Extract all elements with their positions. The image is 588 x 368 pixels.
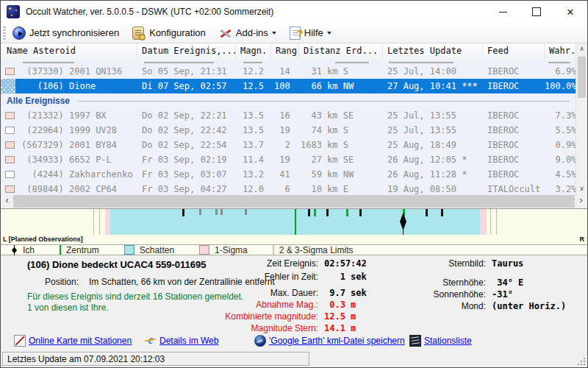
event-flag-checkbox[interactable] <box>5 127 15 134</box>
cell-date: Di 07 Sep, 02:57 <box>137 79 236 93</box>
column-header-datumereignis[interactable]: Datum Ereignis,... <box>137 43 236 60</box>
table-row[interactable]: (89844) 2002 CP64Fr 03 Sep, 04:2712.0 6 … <box>1 182 577 195</box>
chart-label-strip: L [Planned Observations] R <box>1 235 587 244</box>
toolbar-button-konfiguration[interactable]: Konfiguration <box>129 24 209 41</box>
table-row[interactable]: (37330) 2001 QN136So 05 Sep, 21:3112.2 1… <box>1 64 577 79</box>
toolbar-button-jetzt-synchronisieren[interactable]: Jetzt synchronisieren <box>10 25 122 41</box>
resize-grip-icon[interactable] <box>578 358 585 365</box>
table-row[interactable]: (22964) 1999 UV28Do 02 Sep, 22:4213.5 19… <box>1 123 577 138</box>
detail-label: Sonnenhöhe: <box>398 289 486 300</box>
detail-value: -31° <box>492 289 513 300</box>
station-list-icon <box>409 335 421 347</box>
sigma23-limit-line <box>496 209 497 235</box>
station-tick <box>326 209 329 216</box>
cell-distance: 10 km E <box>299 182 383 195</box>
scroll-down-icon[interactable]: ∨ <box>576 183 587 195</box>
column-header-feed[interactable]: Feed <box>483 43 545 60</box>
table-row[interactable]: (21332) 1997 BXDo 02 Sep, 22:2113.5 16 4… <box>1 108 577 123</box>
link-stationsliste[interactable]: Stationsliste <box>409 335 472 347</box>
event-table: (37330) 2001 QN136So 05 Sep, 21:3112.2 1… <box>1 60 577 195</box>
horizontal-scroll-thumb[interactable] <box>13 195 575 208</box>
event-flag-checkbox[interactable] <box>5 185 15 193</box>
vertical-scrollbar[interactable]: ∧ ∨ <box>576 43 587 195</box>
cell-probability: 6.9% <box>545 64 577 79</box>
cell-rank: 6 <box>271 182 299 195</box>
detail-label: Abnahme Mag.: <box>111 300 318 310</box>
toolbar-button-add-ins[interactable]: Add-ins <box>216 25 279 41</box>
scroll-up-icon[interactable]: ∧ <box>576 43 587 55</box>
table-row[interactable]: (567329) 2001 BY84Do 02 Sep, 22:5413.7 2… <box>1 138 577 152</box>
cell-name: (21332) 1997 BX <box>17 108 137 123</box>
scroll-left-icon[interactable]: ‹ <box>1 195 13 208</box>
maximize-icon <box>532 7 541 16</box>
toolbar: Jetzt synchronisierenKonfigurationAdd-in… <box>1 23 587 43</box>
cell-date: Do 02 Sep, 22:42 <box>137 123 236 138</box>
cell-name: (22964) 1999 UV28 <box>17 123 137 138</box>
column-header-rang[interactable]: Rang <box>271 43 299 60</box>
link-details-im-web[interactable]: eDetails im Web <box>145 335 218 347</box>
event-flag-checkbox[interactable] <box>5 156 15 163</box>
links-bar: Online Karte mit StationeneDetails im We… <box>1 333 587 350</box>
link-label: 'Google Earth' kml-Datei speichern <box>269 336 405 346</box>
vertical-scroll-thumb[interactable] <box>578 57 586 98</box>
sigma1-swatch <box>199 245 209 255</box>
column-header-wahr[interactable]: Wahr.. <box>545 43 577 60</box>
legend-label: Ich <box>23 245 35 255</box>
station-tick <box>359 209 362 216</box>
detail-value: 0.3 m <box>324 300 356 310</box>
selected-row-hatch-icon <box>1 79 15 93</box>
link-label: Details im Web <box>159 336 218 346</box>
row-flag-cell <box>1 79 17 93</box>
app-icon <box>7 5 20 18</box>
toolbar-button-hilfe[interactable]: Hilfe <box>287 24 334 41</box>
close-button[interactable]: ✕ <box>553 1 587 23</box>
cell-last-update: 27 Aug, 10:41 *** <box>383 79 483 93</box>
link-online-karte-mit-stationen[interactable]: Online Karte mit Stationen <box>14 335 132 347</box>
station-tick <box>182 209 184 216</box>
event-flag-checkbox[interactable] <box>5 112 15 119</box>
cell-date: So 05 Sep, 21:31 <box>137 64 236 79</box>
event-flag-checkbox[interactable] <box>5 171 15 178</box>
cell-feed: ITALOccult <box>483 182 545 195</box>
cell-magnitude: 11.4 <box>236 152 271 167</box>
chevron-down-icon <box>272 32 276 35</box>
station-tick <box>346 209 348 216</box>
toolbar-button-label: Konfiguration <box>149 27 206 38</box>
station-tick <box>199 209 201 215</box>
table-row[interactable]: (4244) ZakharchenkoFr 03 Sep, 03:0713.2 … <box>1 167 577 182</box>
prediction-timeline-chart[interactable] <box>1 208 587 236</box>
minimize-button[interactable] <box>486 1 520 23</box>
horizontal-scrollbar[interactable]: ‹ › <box>1 195 587 208</box>
cell-magnitude: 12.5 <box>236 79 271 93</box>
event-flag-checkbox[interactable] <box>5 68 15 75</box>
scroll-right-icon[interactable]: › <box>575 195 587 208</box>
column-header-letztesupdate[interactable]: Letztes Update <box>383 43 483 60</box>
column-header-nameasteroid[interactable]: Name Asteroid <box>1 43 137 60</box>
cell-last-update: 19 Aug, 08:50 <box>383 182 483 195</box>
chevron-down-icon <box>327 32 331 35</box>
column-header-distanzerd[interactable]: Distanz Erd... <box>299 43 383 60</box>
cell-magnitude: 12.0 <box>236 182 271 195</box>
legend-item: Zentrum <box>60 245 99 255</box>
maximize-button[interactable] <box>520 1 553 23</box>
detail-label: Kombinierte magnitude: <box>111 311 318 322</box>
cell-probability: 4.5% <box>545 167 577 182</box>
column-header-magn[interactable]: Magn. <box>236 43 271 60</box>
cell-feed: IBEROC <box>483 152 545 167</box>
toolbar-grip[interactable] <box>3 26 6 40</box>
cell-rank: 16 <box>271 108 299 123</box>
cell-date: Fr 03 Sep, 04:27 <box>137 182 236 195</box>
occult-watcher-window: Occult Watcher, ver. 5.0.0.5 - DSWK (UTC… <box>0 0 588 368</box>
table-row[interactable]: (34933) 6652 P-LFr 03 Sep, 02:1911.4 19 … <box>1 152 577 167</box>
legend-item: Ich <box>11 245 35 255</box>
cell-probability: 9.0% <box>545 152 577 167</box>
cell-distance: 66 km NW <box>299 79 383 93</box>
event-flag-checkbox[interactable] <box>5 141 15 149</box>
cell-rank: 14 <box>271 64 299 79</box>
sigma23-limit-line <box>93 209 94 235</box>
table-row[interactable]: (106) DioneDi 07 Sep, 02:5712.5100 66 km… <box>1 79 577 93</box>
cell-feed: IBEROC <box>483 167 545 182</box>
link--google-earth-kml-datei-speichern[interactable]: 'Google Earth' kml-Datei speichern <box>254 335 405 347</box>
row-flag-cell <box>1 138 17 152</box>
detail-value: 02:57:42 <box>324 258 367 269</box>
